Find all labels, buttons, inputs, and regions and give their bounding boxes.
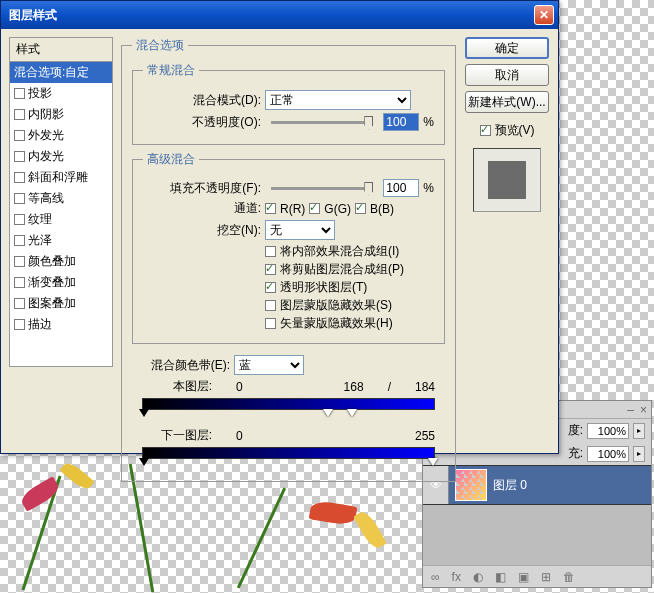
adv-opt-label: 矢量蒙版隐藏效果(H)	[280, 315, 393, 332]
style-item[interactable]: 投影	[10, 83, 112, 104]
style-item[interactable]: 描边	[10, 314, 112, 335]
advanced-blend-group: 高级混合 填充不透明度(F): % 通道: R(R) G(G) B(B)	[132, 151, 445, 344]
adv-opt-checkbox[interactable]	[265, 318, 276, 329]
style-item[interactable]: 外发光	[10, 125, 112, 146]
adv-opt-label: 将内部效果混合成组(I)	[280, 243, 399, 260]
adv-opt-checkbox[interactable]	[265, 246, 276, 257]
channels-label: 通道:	[143, 200, 261, 217]
ok-button[interactable]: 确定	[465, 37, 549, 59]
style-checkbox[interactable]	[14, 193, 25, 204]
adv-opt-checkbox[interactable]	[265, 282, 276, 293]
under-layer-label: 下一图层:	[142, 427, 212, 444]
this-white-slider-b[interactable]	[347, 409, 357, 417]
style-item-label: 渐变叠加	[28, 274, 76, 291]
panel-opacity-arrow[interactable]: ▸	[633, 423, 645, 439]
style-item-label: 纹理	[28, 211, 52, 228]
opacity-input[interactable]	[383, 113, 419, 131]
knockout-label: 挖空(N):	[143, 222, 261, 239]
opacity-slider[interactable]	[271, 121, 373, 124]
style-checkbox[interactable]	[14, 151, 25, 162]
layer-thumbnail[interactable]	[455, 469, 487, 501]
panel-fill-arrow[interactable]: ▸	[633, 446, 645, 462]
style-checkbox[interactable]	[14, 277, 25, 288]
under-white-slider[interactable]	[428, 458, 438, 466]
style-item[interactable]: 内阴影	[10, 104, 112, 125]
style-checkbox[interactable]	[14, 214, 25, 225]
fill-opacity-slider[interactable]	[271, 187, 373, 190]
style-item-label: 斜面和浮雕	[28, 169, 88, 186]
panel-footer-icon[interactable]: ⊞	[541, 570, 551, 584]
this-black-slider[interactable]	[139, 409, 149, 417]
layer-style-dialog: 图层样式 ✕ 样式 混合选项:自定投影内阴影外发光内发光斜面和浮雕等高线纹理光泽…	[0, 0, 559, 454]
adv-opt-label: 透明形状图层(T)	[280, 279, 367, 296]
style-item[interactable]: 颜色叠加	[10, 251, 112, 272]
preview-swatch	[488, 161, 526, 199]
under-black-slider[interactable]	[139, 458, 149, 466]
blend-options-title: 混合选项	[132, 37, 188, 54]
this-layer-gradient[interactable]	[142, 398, 435, 410]
adv-opt-checkbox[interactable]	[265, 264, 276, 275]
panel-fill-label: 充:	[568, 445, 583, 462]
style-item-label: 外发光	[28, 127, 64, 144]
style-checkbox[interactable]	[14, 109, 25, 120]
adv-opt-label: 将剪贴图层混合成组(P)	[280, 261, 404, 278]
style-checkbox[interactable]	[14, 319, 25, 330]
styles-header[interactable]: 样式	[9, 37, 113, 61]
panel-footer-icon[interactable]: 🗑	[563, 570, 575, 584]
fill-opacity-input[interactable]	[383, 179, 419, 197]
close-button[interactable]: ✕	[534, 5, 554, 25]
styles-list: 混合选项:自定投影内阴影外发光内发光斜面和浮雕等高线纹理光泽颜色叠加渐变叠加图案…	[9, 61, 113, 367]
layer-name[interactable]: 图层 0	[493, 477, 527, 494]
layers-panel-footer: ∞fx◐◧▣⊞🗑	[423, 565, 651, 587]
preview-checkbox[interactable]	[480, 125, 491, 136]
style-checkbox[interactable]	[14, 172, 25, 183]
panel-footer-icon[interactable]: fx	[452, 570, 461, 584]
style-checkbox[interactable]	[14, 130, 25, 141]
panel-opacity-input[interactable]	[587, 423, 629, 439]
fill-opacity-label: 填充不透明度(F):	[143, 180, 261, 197]
style-item[interactable]: 等高线	[10, 188, 112, 209]
panel-footer-icon[interactable]: ◧	[495, 570, 506, 584]
style-item[interactable]: 渐变叠加	[10, 272, 112, 293]
panel-footer-icon[interactable]: ∞	[431, 570, 440, 584]
advanced-blend-title: 高级混合	[143, 151, 199, 168]
new-style-button[interactable]: 新建样式(W)...	[465, 91, 549, 113]
channel-b-checkbox[interactable]	[355, 203, 366, 214]
blend-mode-select[interactable]: 正常	[265, 90, 411, 110]
panel-footer-icon[interactable]: ◐	[473, 570, 483, 584]
layer-row[interactable]: 👁 图层 0	[423, 465, 651, 505]
style-item[interactable]: 图案叠加	[10, 293, 112, 314]
dialog-titlebar[interactable]: 图层样式 ✕	[1, 1, 558, 29]
knockout-select[interactable]: 无	[265, 220, 335, 240]
channel-g-checkbox[interactable]	[309, 203, 320, 214]
under-layer-gradient[interactable]	[142, 447, 435, 459]
style-item[interactable]: 纹理	[10, 209, 112, 230]
style-item[interactable]: 斜面和浮雕	[10, 167, 112, 188]
style-item[interactable]: 混合选项:自定	[10, 62, 112, 83]
style-item-label: 等高线	[28, 190, 64, 207]
blendif-channel-select[interactable]: 蓝	[234, 355, 304, 375]
panel-fill-input[interactable]	[587, 446, 629, 462]
style-checkbox[interactable]	[14, 235, 25, 246]
channel-r-checkbox[interactable]	[265, 203, 276, 214]
style-item-label: 光泽	[28, 232, 52, 249]
style-item[interactable]: 内发光	[10, 146, 112, 167]
panel-footer-icon[interactable]: ▣	[518, 570, 529, 584]
opacity-label: 不透明度(O):	[143, 114, 261, 131]
style-item-label: 颜色叠加	[28, 253, 76, 270]
adv-opt-label: 图层蒙版隐藏效果(S)	[280, 297, 392, 314]
adv-opt-checkbox[interactable]	[265, 300, 276, 311]
this-white-slider-a[interactable]	[323, 409, 333, 417]
general-blend-title: 常规混合	[143, 62, 199, 79]
style-checkbox[interactable]	[14, 256, 25, 267]
cancel-button[interactable]: 取消	[465, 64, 549, 86]
style-item-label: 投影	[28, 85, 52, 102]
style-item[interactable]: 光泽	[10, 230, 112, 251]
style-item-label: 内发光	[28, 148, 64, 165]
style-checkbox[interactable]	[14, 88, 25, 99]
blend-mode-label: 混合模式(D):	[143, 92, 261, 109]
general-blend-group: 常规混合 混合模式(D): 正常 不透明度(O): %	[132, 62, 445, 145]
style-checkbox[interactable]	[14, 298, 25, 309]
dialog-title: 图层样式	[9, 7, 534, 24]
panel-opacity-label: 度:	[568, 422, 583, 439]
